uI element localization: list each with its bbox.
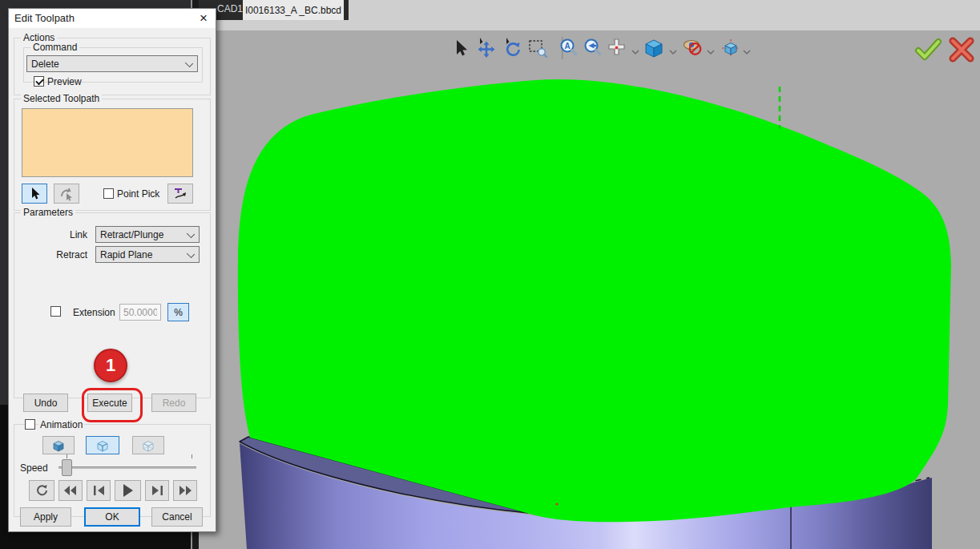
zoom-previous-tool[interactable] xyxy=(582,36,604,60)
ok-button[interactable]: OK xyxy=(84,507,140,527)
active-tab-label: I0016133_A _BC.bbcd xyxy=(245,5,341,16)
rotate-tool[interactable] xyxy=(501,36,523,60)
chevron-down-icon xyxy=(187,250,195,258)
apply-button[interactable]: Apply xyxy=(20,507,71,527)
translucent-view-mode-button[interactable] xyxy=(86,436,119,454)
retract-label: Retract xyxy=(33,249,87,260)
redo-label: Redo xyxy=(163,398,186,409)
redo-button[interactable]: Redo xyxy=(151,394,196,412)
application-window: A xyxy=(0,0,980,549)
accept-checkmark-icon[interactable] xyxy=(914,37,943,66)
step-back-button[interactable] xyxy=(87,480,111,501)
chevron-down-icon xyxy=(185,59,193,67)
cancel-button[interactable]: Cancel xyxy=(151,507,203,527)
solid-view-mode-button[interactable] xyxy=(42,436,75,454)
parameters-group-label: Parameters xyxy=(21,207,75,218)
retract-dropdown[interactable]: Rapid Plane xyxy=(95,246,200,263)
select-arrow-tool[interactable] xyxy=(450,36,472,60)
animation-checkbox-label: Animation xyxy=(38,419,84,430)
center-cross-dropdown-icon[interactable] xyxy=(631,45,640,59)
zoom-extents-tool[interactable]: A xyxy=(558,36,580,60)
retract-dropdown-value: Rapid Plane xyxy=(100,249,152,260)
percent-toggle-button[interactable]: % xyxy=(167,303,189,321)
slider-tick xyxy=(67,454,67,458)
link-label: Link xyxy=(33,229,87,240)
execute-highlight-outline xyxy=(82,388,143,422)
selected-toolpath-listbox[interactable] xyxy=(22,108,193,177)
link-dropdown-value: Retract/Plunge xyxy=(100,229,163,240)
animation-checkbox[interactable] xyxy=(25,419,35,430)
percent-label: % xyxy=(174,307,183,318)
cancel-cross-icon[interactable] xyxy=(948,36,975,67)
center-cross-tool[interactable] xyxy=(606,36,628,60)
chevron-down-icon xyxy=(187,230,195,238)
origin-dot xyxy=(555,503,558,505)
section-view-dropdown-icon[interactable] xyxy=(742,45,752,59)
toolpath-preview-green xyxy=(238,79,951,522)
tab-document-active[interactable]: I0016133_A _BC.bbcd xyxy=(243,0,344,20)
selected-toolpath-group-label: Selected Toolpath xyxy=(21,93,102,104)
command-group-label: Command xyxy=(30,42,79,53)
undo-button[interactable]: Undo xyxy=(23,394,68,412)
cancel-label: Cancel xyxy=(162,511,192,523)
deselect-toolpath-button[interactable] xyxy=(54,184,79,204)
dialog-title-bar[interactable]: Edit Toolpath × xyxy=(9,9,216,28)
svg-text:A: A xyxy=(564,42,570,50)
shaded-view-cube-tool[interactable] xyxy=(642,36,664,60)
edit-toolpath-dialog: Edit Toolpath × Actions Command Delete P… xyxy=(8,8,216,532)
speed-slider-thumb[interactable] xyxy=(62,459,72,476)
point-pick-checkbox-label: Point Pick xyxy=(117,188,159,200)
undo-label: Undo xyxy=(34,398,58,409)
extension-value-field[interactable] xyxy=(119,304,161,321)
preview-checkbox[interactable] xyxy=(34,76,44,87)
hide-entities-eye-tool[interactable] xyxy=(681,36,704,60)
close-icon[interactable]: × xyxy=(195,10,212,26)
preview-checkbox-label: Preview xyxy=(47,76,82,87)
apply-label: Apply xyxy=(34,511,58,523)
command-dropdown[interactable]: Delete xyxy=(26,55,198,72)
ok-label: OK xyxy=(105,511,119,523)
slider-tick xyxy=(192,454,192,458)
step-annotation-badge: 1 xyxy=(94,349,127,382)
rewind-button[interactable] xyxy=(58,480,83,501)
toolpath-point-edit-button[interactable] xyxy=(167,184,193,204)
extension-checkbox[interactable] xyxy=(50,306,61,317)
link-dropdown[interactable]: Retract/Plunge xyxy=(95,226,200,243)
loop-playback-button[interactable] xyxy=(29,480,54,501)
step-forward-button[interactable] xyxy=(145,480,169,501)
play-button[interactable] xyxy=(115,480,141,501)
wireframe-view-mode-button[interactable] xyxy=(132,436,164,454)
dialog-title: Edit Toolpath xyxy=(14,12,75,24)
speed-slider-track[interactable] xyxy=(58,466,196,469)
hide-entities-dropdown-icon[interactable] xyxy=(706,45,716,59)
extension-label: Extension xyxy=(73,307,115,318)
fast-forward-button[interactable] xyxy=(173,480,197,501)
pan-tool[interactable] xyxy=(475,36,498,60)
toolbar-strip xyxy=(349,0,980,30)
select-toolpath-button[interactable] xyxy=(22,184,47,204)
step-number: 1 xyxy=(106,355,115,376)
section-view-cube-tool[interactable] xyxy=(720,36,742,60)
point-pick-checkbox[interactable] xyxy=(103,188,114,199)
command-dropdown-value: Delete xyxy=(31,59,59,70)
shaded-view-dropdown-icon[interactable] xyxy=(668,45,678,59)
zoom-window-tool[interactable] xyxy=(526,36,549,60)
speed-label: Speed xyxy=(20,462,48,474)
tab-document-1[interactable]: CAD1 xyxy=(217,3,243,14)
